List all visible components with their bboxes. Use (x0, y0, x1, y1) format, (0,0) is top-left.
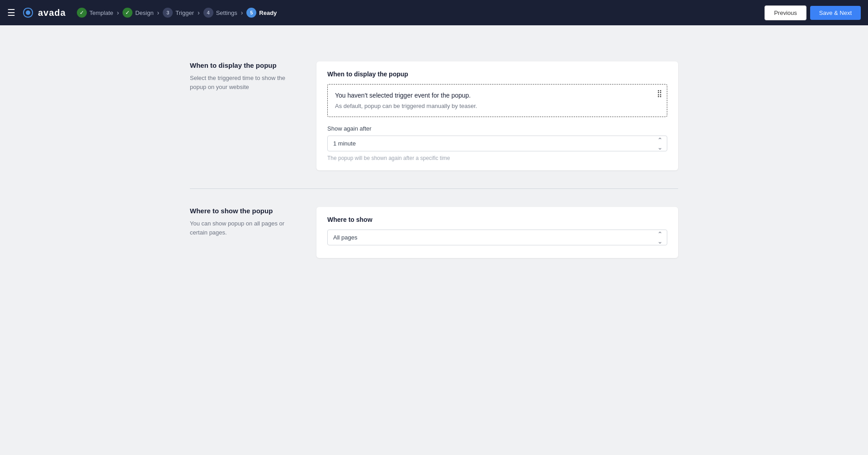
nav-step-settings-label: Settings (216, 9, 237, 16)
trigger-info-box: ⣿ You haven't selected trigger event for… (327, 84, 667, 117)
show-again-select[interactable]: 1 minute 5 minutes 10 minutes 30 minutes… (327, 136, 667, 151)
when-to-display-title: When to display the popup (190, 61, 298, 69)
ready-step-number: 5 (246, 8, 256, 18)
save-next-button[interactable]: Save & Next (810, 6, 861, 20)
logo-text: avada (38, 8, 66, 18)
when-to-display-description: Select the triggered time to show the po… (190, 74, 298, 91)
settings-step-number: 4 (203, 8, 213, 18)
design-check-icon: ✓ (123, 8, 132, 18)
nav-step-ready-label: Ready (259, 9, 277, 16)
where-to-show-content-title: Where to show (327, 216, 667, 223)
nav-step-ready[interactable]: 5 Ready (245, 8, 278, 18)
where-to-show-title: Where to show the popup (190, 207, 298, 215)
where-to-show-section: Where to show the popup You can show pop… (190, 189, 678, 276)
show-again-hint: The popup will be shown again after a sp… (327, 155, 667, 161)
main-content: When to display the popup Select the tri… (163, 25, 705, 294)
nav-breadcrumb: ✓ Template › ✓ Design › 3 Trigger › 4 Se… (75, 8, 759, 18)
menu-icon[interactable]: ☰ (7, 7, 15, 18)
chevron-icon-4: › (241, 9, 243, 16)
where-to-show-select[interactable]: All pages Specific pages Certain pages (327, 230, 667, 245)
chevron-icon-3: › (198, 9, 200, 16)
header: ☰ avada ✓ Template › ✓ Design › 3 Trigge… (0, 0, 868, 25)
when-to-display-content-title: When to display the popup (327, 70, 667, 78)
show-again-label: Show again after (327, 125, 667, 132)
where-to-show-select-wrapper: All pages Specific pages Certain pages ⌃… (327, 230, 667, 245)
chevron-icon-1: › (117, 9, 119, 16)
trigger-dots-icon: ⣿ (657, 89, 662, 98)
nav-step-design[interactable]: ✓ Design (121, 8, 155, 18)
show-again-select-wrapper: 1 minute 5 minutes 10 minutes 30 minutes… (327, 136, 667, 151)
nav-step-trigger[interactable]: 3 Trigger (161, 8, 196, 18)
nav-step-design-label: Design (135, 9, 153, 16)
trigger-main-text: You haven't selected trigger event for t… (335, 92, 660, 99)
template-check-icon: ✓ (77, 8, 87, 18)
avada-logo-icon (21, 5, 35, 20)
nav-step-settings[interactable]: 4 Settings (202, 8, 239, 18)
where-to-show-description: You can show popup on all pages or certa… (190, 219, 298, 237)
chevron-icon-2: › (157, 9, 160, 16)
when-to-display-section: When to display the popup Select the tri… (190, 43, 678, 189)
when-to-display-label: When to display the popup Select the tri… (190, 61, 298, 170)
show-again-field: Show again after 1 minute 5 minutes 10 m… (327, 125, 667, 161)
trigger-step-number: 3 (163, 8, 173, 18)
previous-button[interactable]: Previous (764, 5, 807, 20)
svg-point-1 (26, 10, 30, 15)
nav-step-template-label: Template (90, 9, 113, 16)
when-to-display-content: When to display the popup ⣿ You haven't … (316, 61, 678, 170)
header-actions: Previous Save & Next (764, 5, 861, 20)
nav-step-trigger-label: Trigger (175, 9, 194, 16)
trigger-sub-text: As default, popup can be triggered manua… (335, 103, 660, 109)
nav-step-template[interactable]: ✓ Template (75, 8, 115, 18)
where-to-show-label: Where to show the popup You can show pop… (190, 207, 298, 258)
header-logo: avada (21, 5, 66, 20)
where-to-show-content: Where to show All pages Specific pages C… (316, 207, 678, 258)
